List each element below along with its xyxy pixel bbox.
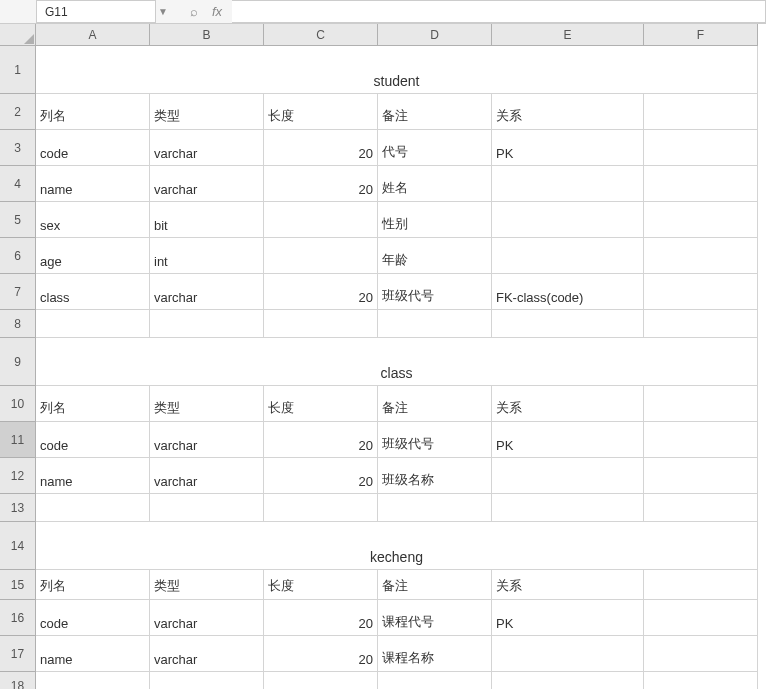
cell[interactable]: sex [36, 202, 150, 238]
cell[interactable] [644, 238, 758, 274]
row-header[interactable]: 18 [0, 672, 36, 689]
cell[interactable]: varchar [150, 274, 264, 310]
row-header[interactable]: 5 [0, 202, 36, 238]
cell[interactable]: FK-class(code) [492, 274, 644, 310]
col-header-D[interactable]: D [378, 24, 492, 46]
cell[interactable] [150, 672, 264, 689]
cell[interactable] [378, 672, 492, 689]
cell[interactable]: PK [492, 422, 644, 458]
cell[interactable] [264, 310, 378, 338]
cell[interactable]: PK [492, 600, 644, 636]
cell[interactable]: 长度 [264, 386, 378, 422]
row-header[interactable]: 6 [0, 238, 36, 274]
cell[interactable] [492, 458, 644, 494]
name-box-dropdown-icon[interactable]: ▼ [156, 6, 170, 17]
row-header[interactable]: 14 [0, 522, 36, 570]
cell[interactable]: 备注 [378, 386, 492, 422]
row-header[interactable]: 15 [0, 570, 36, 600]
cell[interactable] [644, 202, 758, 238]
cell[interactable] [36, 672, 150, 689]
col-header-A[interactable]: A [36, 24, 150, 46]
cell[interactable] [378, 310, 492, 338]
cell[interactable]: 长度 [264, 570, 378, 600]
cell[interactable] [264, 202, 378, 238]
cell[interactable] [644, 274, 758, 310]
cell[interactable]: name [36, 636, 150, 672]
row-header[interactable]: 16 [0, 600, 36, 636]
cell[interactable] [644, 494, 758, 522]
cell[interactable]: name [36, 458, 150, 494]
row-header[interactable]: 4 [0, 166, 36, 202]
cell[interactable] [644, 458, 758, 494]
cell[interactable] [644, 310, 758, 338]
cell[interactable]: 20 [264, 422, 378, 458]
cell-merged-title[interactable]: class [36, 338, 758, 386]
cell[interactable] [644, 130, 758, 166]
cell[interactable]: code [36, 422, 150, 458]
cell[interactable]: 姓名 [378, 166, 492, 202]
row-header[interactable]: 9 [0, 338, 36, 386]
cell[interactable]: code [36, 130, 150, 166]
cell[interactable] [36, 494, 150, 522]
cell[interactable]: age [36, 238, 150, 274]
formula-bar[interactable] [232, 0, 766, 23]
cell[interactable]: 代号 [378, 130, 492, 166]
cell[interactable]: code [36, 600, 150, 636]
cell[interactable]: 20 [264, 636, 378, 672]
cell[interactable] [36, 310, 150, 338]
row-header[interactable]: 11 [0, 422, 36, 458]
cell[interactable]: 长度 [264, 94, 378, 130]
cell[interactable]: 班级代号 [378, 274, 492, 310]
cell[interactable]: 备注 [378, 94, 492, 130]
cell[interactable]: 列名 [36, 386, 150, 422]
row-header[interactable]: 12 [0, 458, 36, 494]
cell[interactable] [644, 636, 758, 672]
cell[interactable]: 备注 [378, 570, 492, 600]
cell[interactable] [264, 672, 378, 689]
cell[interactable] [492, 202, 644, 238]
cell[interactable]: 类型 [150, 570, 264, 600]
cell[interactable]: 年龄 [378, 238, 492, 274]
cell[interactable]: 课程代号 [378, 600, 492, 636]
cell[interactable]: varchar [150, 600, 264, 636]
cell[interactable] [644, 570, 758, 600]
cell[interactable] [644, 600, 758, 636]
col-header-F[interactable]: F [644, 24, 758, 46]
cell-merged-title[interactable]: student [36, 46, 758, 94]
cell[interactable]: 20 [264, 274, 378, 310]
row-header[interactable]: 7 [0, 274, 36, 310]
fx-icon[interactable]: fx [212, 4, 222, 19]
cell[interactable]: 类型 [150, 386, 264, 422]
cell[interactable] [644, 386, 758, 422]
name-box[interactable]: G11 [36, 0, 156, 23]
cell[interactable] [492, 310, 644, 338]
row-header[interactable]: 10 [0, 386, 36, 422]
cell[interactable]: PK [492, 130, 644, 166]
cell[interactable]: int [150, 238, 264, 274]
cell[interactable]: 20 [264, 458, 378, 494]
cell[interactable] [492, 238, 644, 274]
cell[interactable] [492, 166, 644, 202]
cell[interactable] [492, 636, 644, 672]
cell-merged-title[interactable]: kecheng [36, 522, 758, 570]
cell[interactable] [644, 672, 758, 689]
cell[interactable] [492, 672, 644, 689]
cell[interactable]: bit [150, 202, 264, 238]
cell[interactable]: name [36, 166, 150, 202]
cell[interactable]: varchar [150, 458, 264, 494]
cell[interactable]: 班级名称 [378, 458, 492, 494]
cell[interactable]: 20 [264, 600, 378, 636]
cell[interactable] [644, 422, 758, 458]
cell[interactable]: varchar [150, 422, 264, 458]
cell[interactable] [644, 94, 758, 130]
row-header[interactable]: 3 [0, 130, 36, 166]
cell[interactable]: 班级代号 [378, 422, 492, 458]
cell[interactable]: 20 [264, 130, 378, 166]
cell[interactable]: varchar [150, 166, 264, 202]
select-all-corner[interactable] [0, 24, 36, 46]
cell[interactable]: 列名 [36, 94, 150, 130]
cell[interactable]: 性别 [378, 202, 492, 238]
cell[interactable]: 类型 [150, 94, 264, 130]
row-header[interactable]: 1 [0, 46, 36, 94]
col-header-C[interactable]: C [264, 24, 378, 46]
